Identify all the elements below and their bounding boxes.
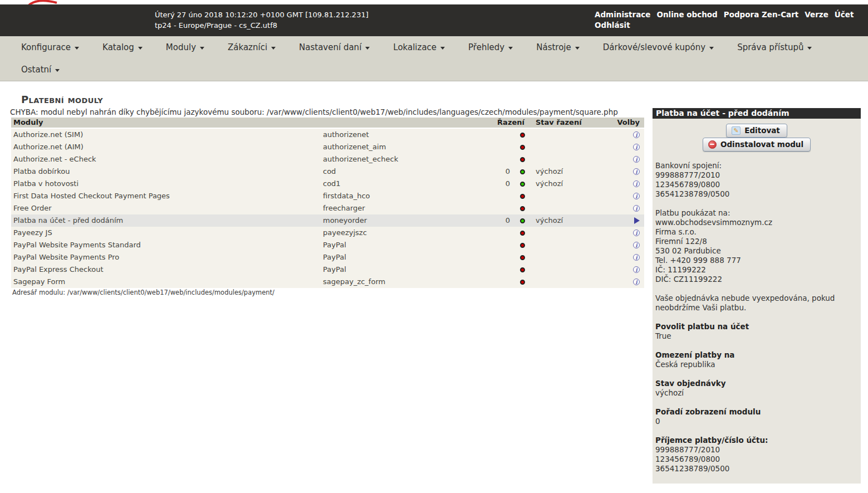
module-code: authorizenet_aim	[321, 141, 477, 153]
header-link-podpora-zen-cart[interactable]: Podpora Zen-Cart	[724, 9, 799, 20]
nav-item-lokalizace[interactable]: Lokalizace	[393, 42, 445, 52]
table-row[interactable]: Payeezy JSpayeezyjszci	[11, 227, 644, 239]
module-sort-status: výchozí	[532, 214, 616, 227]
module-sort-status	[532, 153, 616, 165]
module-sort-order	[477, 276, 512, 288]
table-row[interactable]: Sagepay Formsagepay_zc_formi	[11, 276, 644, 288]
zen-cart-logo-fragment	[28, 0, 61, 4]
status-off-icon	[520, 194, 525, 199]
sidebar-sections: Bankovní spojení:999888777/2010123456789…	[655, 161, 858, 474]
info-icon[interactable]: i	[633, 279, 640, 285]
info-icon[interactable]: i	[633, 144, 640, 150]
table-row[interactable]: Authorize.net (SIM)authorizeneti	[11, 129, 644, 141]
module-detail-sidebar: Platba na účet - před dodáním ✎ Editovat…	[653, 108, 861, 484]
table-row[interactable]: Authorize.net - eCheckauthorizenet_echec…	[11, 153, 644, 165]
info-icon[interactable]: i	[633, 131, 640, 138]
info-icon[interactable]: i	[633, 266, 640, 273]
table-row[interactable]: PayPal Express CheckoutPayPali	[11, 263, 644, 276]
col-header-code	[321, 118, 477, 128]
nav-item-ostatni[interactable]: Ostatní	[21, 65, 60, 75]
sidebar-field: Pořadí zobrazení modulu0	[655, 407, 858, 426]
minus-circle-icon	[708, 140, 717, 149]
sidebar-text-line: Platbu poukázat na:	[655, 208, 858, 218]
module-sort-status	[532, 190, 616, 202]
nav-item-nastroje[interactable]: Nástroje	[536, 42, 580, 52]
nav-item-moduly[interactable]: Moduly	[166, 42, 204, 52]
info-icon[interactable]: i	[633, 193, 640, 199]
table-row[interactable]: PayPal Website Payments StandardPayPali	[11, 239, 644, 251]
info-icon[interactable]: i	[633, 242, 640, 248]
module-status-cell	[512, 263, 532, 276]
table-row[interactable]: First Data Hosted Checkout Payment Pages…	[11, 190, 644, 202]
module-options-cell: i	[616, 129, 644, 141]
info-icon[interactable]: i	[633, 205, 640, 212]
nav-item-katalog[interactable]: Katalog	[102, 42, 143, 52]
table-row[interactable]: Platba dobírkoucod0výchozíi	[11, 165, 644, 178]
nav-item-label: Konfigurace	[21, 42, 71, 52]
module-sort-status: výchozí	[532, 178, 616, 190]
chevron-down-icon	[138, 47, 143, 50]
chevron-down-icon	[271, 47, 276, 50]
sidebar-field: Příjemce platby/číslo účtu:999888777/201…	[655, 436, 858, 474]
sidebar-field-value: 999888777/2010	[655, 445, 858, 455]
info-icon[interactable]: i	[633, 168, 640, 175]
module-sort-order	[477, 239, 512, 251]
edit-button-wrap: ✎ Editovat	[655, 124, 858, 138]
table-row[interactable]: Platba v hotovosticod10výchozíi	[11, 178, 644, 190]
info-icon[interactable]: i	[633, 156, 640, 163]
server-datetime: Úterý 27 úno 2018 10:12:20 +0100 GMT [10…	[155, 9, 369, 31]
module-status-cell	[512, 227, 532, 239]
module-status-cell	[512, 129, 532, 141]
module-code: payeezyjszc	[321, 227, 477, 239]
chevron-down-icon	[200, 47, 204, 50]
table-row[interactable]: PayPal Website Payments ProPayPali	[11, 251, 644, 263]
nav-item-darkove-slevove-kupony[interactable]: Dárkové/slevové kupóny	[603, 42, 714, 52]
edit-button[interactable]: ✎ Editovat	[726, 124, 787, 138]
status-on-icon	[520, 169, 525, 174]
module-options-cell: i	[616, 153, 644, 165]
sidebar-field-value: True	[655, 331, 858, 341]
status-off-icon	[520, 145, 525, 150]
table-row[interactable]: Platba na účet - před dodánímmoneyorder0…	[11, 214, 644, 227]
nav-item-konfigurace[interactable]: Konfigurace	[21, 42, 79, 52]
col-header-options: Volby	[616, 118, 644, 128]
table-row[interactable]: Authorize.net (AIM)authorizenet_aimi	[11, 141, 644, 153]
header-link-ucet[interactable]: Účet	[835, 9, 854, 20]
sidebar-text-line: Firemní 122/8	[655, 237, 858, 246]
chevron-down-icon	[575, 47, 580, 50]
header-link-verze[interactable]: Verze	[805, 9, 828, 20]
logout-link[interactable]: Odhlásit	[595, 20, 630, 31]
nav-item-sprava-pristupu[interactable]: Správa přístupů	[737, 42, 812, 52]
module-name: Sagepay Form	[11, 276, 321, 288]
module-code: PayPal	[321, 251, 477, 263]
header-link-administrace[interactable]: Administrace	[595, 9, 650, 20]
table-row[interactable]: Free Orderfreechargeri	[11, 202, 644, 214]
chevron-down-icon	[807, 47, 812, 50]
nav-item-label: Ostatní	[21, 65, 51, 75]
header-link-online-obchod[interactable]: Online obchod	[656, 9, 717, 20]
module-sort-order	[477, 227, 512, 239]
chevron-down-icon	[508, 47, 513, 50]
module-status-cell	[512, 165, 532, 178]
module-sort-status	[532, 276, 616, 288]
nav-item-nastaveni-dani[interactable]: Nastavení daní	[299, 42, 370, 52]
module-options-cell: i	[616, 276, 644, 288]
uninstall-module-button[interactable]: Odinstalovat modul	[703, 138, 811, 152]
info-icon[interactable]: i	[633, 180, 640, 187]
module-sort-status	[532, 227, 616, 239]
info-icon[interactable]: i	[633, 254, 640, 261]
page-title: Platební moduly	[21, 94, 103, 105]
nav-row-2: Ostatní	[21, 58, 868, 81]
sidebar-field: Povolit platbu na účetTrue	[655, 322, 858, 341]
status-off-icon	[520, 280, 525, 285]
sidebar-text-block: Vaše objednávka nebude vyexpedována, pok…	[655, 294, 858, 313]
nav-item-prehledy[interactable]: Přehledy	[468, 42, 513, 52]
nav-item-zakaznici[interactable]: Zákazníci	[228, 42, 276, 52]
uninstall-button-label: Odinstalovat modul	[720, 140, 803, 149]
info-icon[interactable]: i	[633, 230, 640, 236]
module-name: First Data Hosted Checkout Payment Pages	[11, 190, 321, 202]
module-code: authorizenet	[321, 129, 477, 141]
module-options-cell: i	[616, 165, 644, 178]
module-options-cell: i	[616, 239, 644, 251]
module-status-cell	[512, 239, 532, 251]
